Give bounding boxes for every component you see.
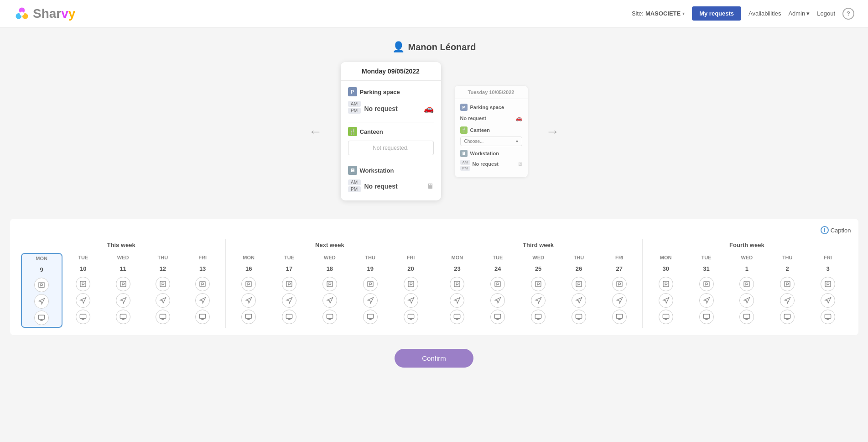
- cal-workstation-icon[interactable]: [780, 310, 795, 324]
- day-col[interactable]: WED25: [519, 253, 558, 326]
- logout-link[interactable]: Logout: [817, 10, 835, 17]
- cal-canteen-icon[interactable]: [34, 294, 49, 309]
- cal-workstation-icon[interactable]: [739, 310, 754, 324]
- cal-canteen-icon[interactable]: [116, 293, 130, 308]
- admin-dropdown[interactable]: Admin ▾: [788, 10, 810, 17]
- cal-workstation-icon[interactable]: [659, 310, 673, 324]
- cal-canteen-icon[interactable]: [612, 293, 627, 308]
- cal-parking-icon[interactable]: [116, 277, 130, 291]
- week-block: This weekMON9TUE10WED11THU12FRI13: [17, 239, 226, 328]
- cal-workstation-icon[interactable]: [282, 310, 296, 324]
- cal-canteen-icon[interactable]: [531, 293, 546, 308]
- cal-parking-icon[interactable]: [780, 277, 795, 291]
- cal-canteen-icon[interactable]: [450, 293, 464, 308]
- svg-rect-13: [199, 314, 205, 318]
- cal-workstation-icon[interactable]: [450, 310, 464, 324]
- cal-workstation-icon[interactable]: [612, 310, 627, 324]
- cal-canteen-icon[interactable]: [780, 293, 795, 308]
- day-col[interactable]: TUE24: [478, 253, 517, 326]
- cal-parking-icon[interactable]: [821, 277, 835, 291]
- cal-canteen-icon[interactable]: [195, 293, 210, 308]
- cal-workstation-icon[interactable]: [363, 310, 378, 324]
- day-col[interactable]: MON30: [646, 253, 685, 326]
- cal-workstation-icon[interactable]: [195, 310, 210, 324]
- cal-canteen-icon[interactable]: [572, 293, 586, 308]
- cal-canteen-icon[interactable]: [363, 293, 378, 308]
- cal-parking-icon[interactable]: [739, 277, 754, 291]
- cal-parking-icon[interactable]: [156, 277, 170, 291]
- cal-canteen-icon[interactable]: [76, 293, 90, 308]
- day-col[interactable]: WED11: [104, 253, 142, 328]
- cal-canteen-icon[interactable]: [821, 293, 835, 308]
- right-arrow-button[interactable]: →: [541, 119, 564, 144]
- cal-parking-icon[interactable]: [612, 277, 627, 291]
- cal-parking-icon[interactable]: [282, 277, 296, 291]
- day-col[interactable]: FRI20: [391, 253, 430, 326]
- cal-workstation-icon[interactable]: [404, 310, 418, 324]
- cards-area: ← Monday 09/05/2022 P Parking space AM P…: [304, 62, 564, 200]
- day-col[interactable]: WED1: [728, 253, 766, 326]
- cal-parking-icon[interactable]: [34, 278, 49, 292]
- left-arrow-button[interactable]: ←: [304, 119, 327, 144]
- cal-parking-icon[interactable]: [76, 277, 90, 291]
- cal-parking-icon[interactable]: [322, 277, 337, 291]
- cal-canteen-icon[interactable]: [282, 293, 296, 308]
- site-selector[interactable]: Site: MASOCIETE ▾: [632, 10, 685, 17]
- cal-canteen-icon[interactable]: [739, 293, 754, 308]
- cal-workstation-icon[interactable]: [76, 310, 90, 324]
- cal-parking-icon[interactable]: [490, 277, 505, 291]
- help-button[interactable]: ?: [842, 8, 854, 20]
- day-col[interactable]: MON23: [438, 253, 477, 326]
- cal-workstation-icon[interactable]: [699, 310, 714, 324]
- cal-workstation-icon[interactable]: [531, 310, 546, 324]
- my-requests-button[interactable]: My requests: [692, 6, 741, 21]
- day-col[interactable]: THU2: [768, 253, 807, 326]
- cal-parking-icon[interactable]: [659, 277, 673, 291]
- cal-parking-icon[interactable]: [195, 277, 210, 291]
- cal-canteen-icon[interactable]: [404, 293, 418, 308]
- parking-no-request-row: No request 🚗: [364, 101, 434, 116]
- cal-canteen-icon[interactable]: [490, 293, 505, 308]
- cal-workstation-icon[interactable]: [322, 310, 337, 324]
- cal-parking-icon[interactable]: [450, 277, 464, 291]
- day-col[interactable]: FRI27: [600, 253, 639, 326]
- cal-workstation-icon[interactable]: [116, 310, 130, 324]
- cal-parking-icon[interactable]: [699, 277, 714, 291]
- cal-canteen-icon[interactable]: [241, 293, 256, 308]
- cal-canteen-icon[interactable]: [659, 293, 673, 308]
- cal-canteen-icon[interactable]: [699, 293, 714, 308]
- day-col[interactable]: MON9: [21, 253, 62, 328]
- cal-parking-icon[interactable]: [572, 277, 586, 291]
- confirm-button[interactable]: Confirm: [395, 349, 473, 368]
- cal-workstation-icon[interactable]: [156, 310, 170, 324]
- cal-parking-icon[interactable]: [404, 277, 418, 291]
- sec-canteen-section: 🍴 Canteen: [460, 126, 522, 134]
- monitor-icon: 🖥: [426, 182, 434, 190]
- day-col[interactable]: TUE10: [64, 253, 102, 328]
- day-col[interactable]: TUE31: [687, 253, 726, 326]
- sec-canteen-choose[interactable]: Choose... ▾: [460, 137, 522, 146]
- day-col[interactable]: WED18: [310, 253, 349, 326]
- day-col[interactable]: FRI3: [809, 253, 847, 326]
- cal-canteen-icon[interactable]: [156, 293, 170, 308]
- day-name: FRI: [615, 255, 624, 260]
- day-number: 16: [242, 262, 255, 275]
- cal-canteen-icon[interactable]: [322, 293, 337, 308]
- day-col[interactable]: THU19: [351, 253, 390, 326]
- cal-workstation-icon[interactable]: [241, 310, 256, 324]
- cal-workstation-icon[interactable]: [821, 310, 835, 324]
- availabilities-link[interactable]: Availabilities: [748, 10, 781, 17]
- day-col[interactable]: TUE17: [270, 253, 309, 326]
- caption-button[interactable]: i Caption: [821, 226, 851, 234]
- day-col[interactable]: THU26: [560, 253, 598, 326]
- day-col[interactable]: FRI13: [184, 253, 222, 328]
- cal-workstation-icon[interactable]: [490, 310, 505, 324]
- day-col[interactable]: MON16: [229, 253, 268, 326]
- cal-parking-icon[interactable]: [241, 277, 256, 291]
- day-col[interactable]: THU12: [144, 253, 182, 328]
- week-label: This week: [17, 239, 225, 253]
- cal-workstation-icon[interactable]: [34, 310, 49, 325]
- cal-workstation-icon[interactable]: [572, 310, 586, 324]
- cal-parking-icon[interactable]: [531, 277, 546, 291]
- cal-parking-icon[interactable]: [363, 277, 378, 291]
